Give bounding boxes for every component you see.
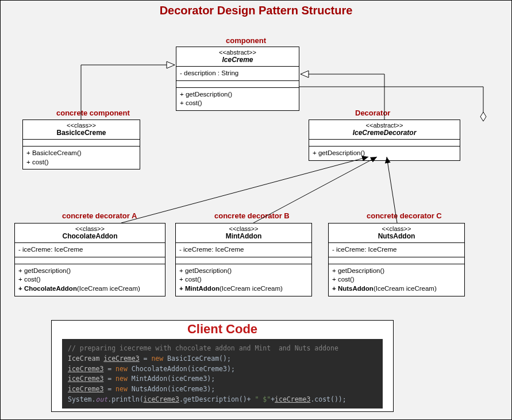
label-concrete-decorator-b: concrete decorator B — [214, 211, 290, 220]
client-code-snippet: // preparing icecreme with chocolate add… — [62, 339, 383, 409]
operations: + getDescription() + cost() — [176, 88, 299, 110]
diagram-canvas: Decorator Design Pattern Structure compo… — [0, 0, 512, 420]
label-concrete-decorator-a: concrete decorator A — [62, 211, 137, 220]
class-icecreme: <<abstract>> IceCreme - description : St… — [176, 47, 299, 111]
operations: + getDescription() + cost() + MintAddon(… — [176, 264, 311, 296]
label-concrete-decorator-c: concrete decorator C — [367, 211, 442, 220]
class-icecremedecorator: <<abstract>> IceCremeDecorator + getDesc… — [309, 120, 460, 161]
code-line: iceCreme3 = new ChocolateAddon(iceCreme3… — [68, 364, 377, 375]
operations: + getDescription() + cost() + ChocolateA… — [15, 264, 165, 296]
code-line: System.out.println(iceCreme3.getDescript… — [68, 395, 377, 405]
class-name: IceCreme — [179, 56, 297, 64]
label-concrete-component: concrete component — [56, 109, 130, 117]
code-comment: // preparing icecreme with chocolate add… — [68, 344, 377, 354]
operations: + getDescription() + cost() + NutsAddon(… — [329, 264, 464, 296]
operations: + getDescription() — [309, 147, 460, 160]
label-decorator: Decorator — [355, 109, 390, 117]
code-line: IceCream iceCreme3 = new BasicIceCream()… — [68, 354, 377, 364]
class-mintaddon: <<class>> MintAddon - iceCreme: IceCreme… — [175, 223, 312, 296]
label-component: component — [226, 36, 266, 45]
code-line: iceCreme3 = new NutsAddon(iceCreme3); — [68, 384, 377, 395]
attributes: - description : String — [176, 67, 299, 81]
code-line: iceCreme3 = new MintAddon(iceCreme3); — [68, 374, 377, 384]
client-code-box: Client Code // preparing icecreme with c… — [51, 320, 394, 412]
client-code-title: Client Code — [52, 321, 393, 339]
class-nutsaddon: <<class>> NutsAddon - iceCreme: IceCreme… — [328, 223, 465, 296]
class-chocolateaddon: <<class>> ChocolateAddon - iceCreme: Ice… — [14, 223, 165, 296]
operations: + BasicIceCream() + cost() — [23, 147, 140, 169]
stereo: <<abstract>> — [179, 49, 297, 56]
class-basicicecreme: <<class>> BasicIceCreme + BasicIceCream(… — [22, 120, 140, 169]
diagram-title: Decorator Design Pattern Structure — [1, 4, 511, 17]
